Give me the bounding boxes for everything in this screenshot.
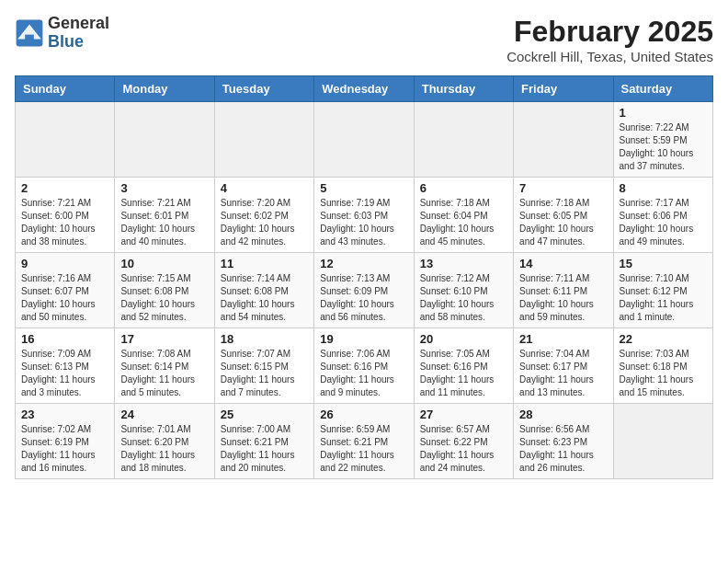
calendar-cell <box>514 102 613 178</box>
calendar-cell: 18Sunrise: 7:07 AM Sunset: 6:15 PM Dayli… <box>214 328 313 404</box>
day-info: Sunrise: 7:18 AM Sunset: 6:04 PM Dayligh… <box>420 197 507 248</box>
calendar-cell: 1Sunrise: 7:22 AM Sunset: 5:59 PM Daylig… <box>613 102 712 178</box>
day-info: Sunrise: 7:00 AM Sunset: 6:21 PM Dayligh… <box>221 423 308 475</box>
calendar-cell: 19Sunrise: 7:06 AM Sunset: 6:16 PM Dayli… <box>314 328 414 404</box>
day-number: 10 <box>120 257 208 270</box>
day-info: Sunrise: 6:57 AM Sunset: 6:22 PM Dayligh… <box>420 423 507 475</box>
calendar-cell: 22Sunrise: 7:03 AM Sunset: 6:18 PM Dayli… <box>613 328 712 404</box>
day-info: Sunrise: 7:08 AM Sunset: 6:14 PM Dayligh… <box>120 348 208 399</box>
day-number: 13 <box>420 257 507 270</box>
calendar-cell <box>115 102 214 178</box>
day-number: 11 <box>221 257 308 270</box>
day-info: Sunrise: 7:19 AM Sunset: 6:03 PM Dayligh… <box>320 197 407 248</box>
calendar-cell: 6Sunrise: 7:18 AM Sunset: 6:04 PM Daylig… <box>414 178 513 253</box>
svg-rect-2 <box>25 34 34 41</box>
day-number: 15 <box>620 257 707 270</box>
logo: General Blue <box>15 15 109 52</box>
calendar-cell: 26Sunrise: 6:59 AM Sunset: 6:21 PM Dayli… <box>314 404 414 479</box>
day-number: 6 <box>420 181 507 195</box>
page-subtitle: Cockrell Hill, Texas, United States <box>506 49 713 64</box>
calendar-cell <box>214 102 313 178</box>
day-number: 14 <box>519 257 607 270</box>
calendar-cell: 11Sunrise: 7:14 AM Sunset: 6:08 PM Dayli… <box>214 253 313 328</box>
calendar-cell: 20Sunrise: 7:05 AM Sunset: 6:16 PM Dayli… <box>414 328 513 404</box>
calendar-cell: 5Sunrise: 7:19 AM Sunset: 6:03 PM Daylig… <box>314 178 414 253</box>
day-number: 4 <box>221 181 308 195</box>
weekday-header-thursday: Thursday <box>414 76 513 102</box>
calendar-cell: 21Sunrise: 7:04 AM Sunset: 6:17 PM Dayli… <box>514 328 613 404</box>
day-info: Sunrise: 7:02 AM Sunset: 6:19 PM Dayligh… <box>21 423 108 475</box>
day-info: Sunrise: 7:06 AM Sunset: 6:16 PM Dayligh… <box>320 348 407 399</box>
day-number: 23 <box>21 408 108 421</box>
day-info: Sunrise: 7:16 AM Sunset: 6:07 PM Dayligh… <box>21 272 108 324</box>
calendar-cell: 23Sunrise: 7:02 AM Sunset: 6:19 PM Dayli… <box>16 404 115 479</box>
logo-blue-text: Blue <box>48 32 84 51</box>
day-number: 17 <box>120 332 208 346</box>
calendar-cell <box>314 102 414 178</box>
day-info: Sunrise: 7:18 AM Sunset: 6:05 PM Dayligh… <box>519 197 607 248</box>
calendar-cell: 13Sunrise: 7:12 AM Sunset: 6:10 PM Dayli… <box>414 253 513 328</box>
day-number: 26 <box>320 408 407 421</box>
calendar-header: SundayMondayTuesdayWednesdayThursdayFrid… <box>16 76 713 102</box>
day-number: 9 <box>21 257 108 270</box>
day-number: 25 <box>221 408 308 421</box>
weekday-header-tuesday: Tuesday <box>214 76 313 102</box>
day-number: 16 <box>21 332 108 346</box>
day-info: Sunrise: 6:56 AM Sunset: 6:23 PM Dayligh… <box>519 423 607 475</box>
day-number: 18 <box>221 332 308 346</box>
day-info: Sunrise: 7:07 AM Sunset: 6:15 PM Dayligh… <box>221 348 308 399</box>
calendar-cell: 27Sunrise: 6:57 AM Sunset: 6:22 PM Dayli… <box>414 404 513 479</box>
day-number: 20 <box>420 332 507 346</box>
calendar-cell: 9Sunrise: 7:16 AM Sunset: 6:07 PM Daylig… <box>16 253 115 328</box>
day-info: Sunrise: 7:13 AM Sunset: 6:09 PM Dayligh… <box>320 272 407 324</box>
calendar-cell <box>414 102 513 178</box>
logo-icon <box>15 18 44 48</box>
calendar-table: SundayMondayTuesdayWednesdayThursdayFrid… <box>15 75 713 479</box>
day-number: 3 <box>120 181 208 195</box>
day-info: Sunrise: 7:09 AM Sunset: 6:13 PM Dayligh… <box>21 348 108 399</box>
day-number: 8 <box>620 181 707 195</box>
day-info: Sunrise: 7:03 AM Sunset: 6:18 PM Dayligh… <box>620 348 707 399</box>
page-header: General Blue February 2025 Cockrell Hill… <box>15 15 713 64</box>
day-info: Sunrise: 7:22 AM Sunset: 5:59 PM Dayligh… <box>620 121 707 173</box>
title-block: February 2025 Cockrell Hill, Texas, Unit… <box>506 15 713 64</box>
day-info: Sunrise: 7:21 AM Sunset: 6:01 PM Dayligh… <box>120 197 208 248</box>
day-number: 12 <box>320 257 407 270</box>
calendar-cell: 28Sunrise: 6:56 AM Sunset: 6:23 PM Dayli… <box>514 404 613 479</box>
calendar-cell: 24Sunrise: 7:01 AM Sunset: 6:20 PM Dayli… <box>115 404 214 479</box>
weekday-header-wednesday: Wednesday <box>314 76 414 102</box>
day-info: Sunrise: 7:17 AM Sunset: 6:06 PM Dayligh… <box>620 197 707 248</box>
calendar-cell: 17Sunrise: 7:08 AM Sunset: 6:14 PM Dayli… <box>115 328 214 404</box>
day-number: 24 <box>120 408 208 421</box>
day-number: 2 <box>21 181 108 195</box>
weekday-header-saturday: Saturday <box>613 76 712 102</box>
day-number: 28 <box>519 408 607 421</box>
calendar-cell: 15Sunrise: 7:10 AM Sunset: 6:12 PM Dayli… <box>613 253 712 328</box>
calendar-cell: 16Sunrise: 7:09 AM Sunset: 6:13 PM Dayli… <box>16 328 115 404</box>
page-title: February 2025 <box>506 15 713 49</box>
day-number: 7 <box>519 181 607 195</box>
day-info: Sunrise: 7:15 AM Sunset: 6:08 PM Dayligh… <box>120 272 208 324</box>
calendar-cell: 7Sunrise: 7:18 AM Sunset: 6:05 PM Daylig… <box>514 178 613 253</box>
calendar-cell: 2Sunrise: 7:21 AM Sunset: 6:00 PM Daylig… <box>16 178 115 253</box>
day-number: 5 <box>320 181 407 195</box>
calendar-cell: 8Sunrise: 7:17 AM Sunset: 6:06 PM Daylig… <box>613 178 712 253</box>
day-number: 21 <box>519 332 607 346</box>
day-number: 19 <box>320 332 407 346</box>
weekday-header-monday: Monday <box>115 76 214 102</box>
calendar-cell: 3Sunrise: 7:21 AM Sunset: 6:01 PM Daylig… <box>115 178 214 253</box>
calendar-cell: 4Sunrise: 7:20 AM Sunset: 6:02 PM Daylig… <box>214 178 313 253</box>
calendar-cell: 25Sunrise: 7:00 AM Sunset: 6:21 PM Dayli… <box>214 404 313 479</box>
day-info: Sunrise: 7:21 AM Sunset: 6:00 PM Dayligh… <box>21 197 108 248</box>
day-info: Sunrise: 6:59 AM Sunset: 6:21 PM Dayligh… <box>320 423 407 475</box>
day-info: Sunrise: 7:01 AM Sunset: 6:20 PM Dayligh… <box>120 423 208 475</box>
day-info: Sunrise: 7:14 AM Sunset: 6:08 PM Dayligh… <box>221 272 308 324</box>
day-info: Sunrise: 7:12 AM Sunset: 6:10 PM Dayligh… <box>420 272 507 324</box>
day-number: 27 <box>420 408 507 421</box>
day-info: Sunrise: 7:10 AM Sunset: 6:12 PM Dayligh… <box>620 272 707 324</box>
calendar-cell: 12Sunrise: 7:13 AM Sunset: 6:09 PM Dayli… <box>314 253 414 328</box>
day-info: Sunrise: 7:05 AM Sunset: 6:16 PM Dayligh… <box>420 348 507 399</box>
day-info: Sunrise: 7:11 AM Sunset: 6:11 PM Dayligh… <box>519 272 607 324</box>
logo-general-text: General <box>48 14 109 32</box>
calendar-cell: 10Sunrise: 7:15 AM Sunset: 6:08 PM Dayli… <box>115 253 214 328</box>
